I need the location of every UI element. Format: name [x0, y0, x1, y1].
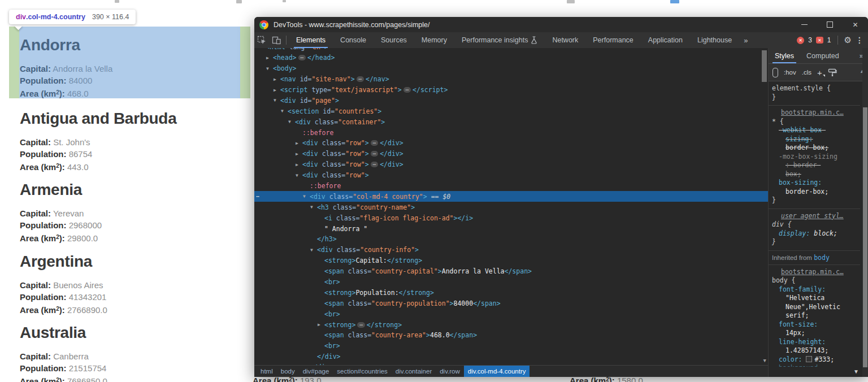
expand-arrow-icon[interactable]: ▶	[296, 151, 302, 157]
dom-tree-row[interactable]: ▶<div class="row">⋯</div>	[254, 138, 768, 149]
filter-cursor-icon[interactable]	[772, 68, 778, 77]
dom-tree-row[interactable]: <strong>Capital:</strong>	[254, 255, 768, 266]
style-declaration-line[interactable]: border-box;	[769, 188, 860, 197]
dom-tree-row[interactable]: <span class="country-population">84000</…	[254, 298, 768, 309]
breadcrumb-item[interactable]: html	[257, 366, 277, 377]
dom-tree-row[interactable]: <br>	[254, 277, 768, 288]
dom-tree-row[interactable]: ::before	[254, 181, 768, 192]
style-declaration-line[interactable]: element.style {	[769, 84, 860, 93]
collapse-arrow-icon[interactable]: ▼	[288, 119, 295, 124]
dom-tree-row[interactable]: <html lang="en">	[254, 48, 768, 53]
style-declaration-line[interactable]: 1.42857143;	[769, 346, 860, 355]
settings-gear-icon[interactable]: ⚙	[844, 35, 852, 45]
collapse-arrow-icon[interactable]: ▼	[274, 98, 280, 103]
dom-tree-row[interactable]: " Andorra "	[254, 223, 768, 234]
style-declaration-line[interactable]: Neue",Helvetic	[769, 303, 860, 312]
issues-icon[interactable]: ✕	[816, 37, 823, 44]
minimize-button[interactable]	[792, 17, 817, 32]
dom-tree-row[interactable]: </div>	[254, 351, 768, 362]
error-count-icon[interactable]: ✕	[797, 37, 804, 44]
collapse-arrow-icon[interactable]: ▼	[281, 108, 288, 114]
issues-count[interactable]: 1	[827, 36, 831, 44]
close-button[interactable]: ✕	[843, 17, 868, 32]
inspect-element-icon[interactable]	[254, 32, 269, 48]
tab-memory[interactable]: Memory	[414, 32, 454, 48]
dom-tree-row[interactable]: ▶<div class="row">⋯</div>	[254, 159, 768, 170]
dom-tree-row[interactable]: <span class="country-area">468.0</span>	[254, 330, 768, 341]
styles-scrollbar[interactable]	[862, 48, 868, 377]
kebab-menu-icon[interactable]: ⋮	[856, 36, 863, 45]
breadcrumb-item[interactable]: body	[277, 366, 299, 377]
collapse-arrow-icon[interactable]: ▼	[303, 194, 310, 199]
dom-tree-row[interactable]: </h3>	[254, 234, 768, 245]
expand-arrow-icon[interactable]: ▶	[296, 141, 302, 146]
dom-tree-row[interactable]: ▼<body>	[254, 63, 768, 74]
styles-scrollbar-thumb[interactable]	[863, 107, 867, 367]
style-declaration-line[interactable]: -moz-box-sizing	[769, 153, 860, 162]
style-declaration-line[interactable]: 14px;	[769, 329, 860, 338]
ellipsis-expand-icon[interactable]: ⋯	[371, 162, 378, 167]
tab-performance[interactable]: Performance	[585, 32, 641, 48]
maximize-button[interactable]	[817, 17, 843, 32]
toggle-classes-button[interactable]: .cls	[802, 69, 811, 76]
expand-arrow-icon[interactable]: ▶	[296, 162, 302, 167]
ellipsis-expand-icon[interactable]: ⋯	[357, 76, 364, 82]
collapse-arrow-icon[interactable]: ▼	[310, 205, 317, 210]
expand-arrow-icon[interactable]: ▶	[266, 55, 273, 60]
breadcrumb-item[interactable]: div.col-md-4.country	[464, 366, 530, 377]
style-declaration-line[interactable]: div {	[769, 220, 860, 229]
ellipsis-expand-icon[interactable]: ⋯	[403, 87, 411, 93]
breadcrumb-item[interactable]: section#countries	[333, 366, 392, 377]
dom-tree-row[interactable]: ▶<head>⋯</head>	[254, 53, 768, 63]
tab-lighthouse[interactable]: Lighthouse	[690, 32, 739, 48]
ellipsis-expand-icon[interactable]: ⋯	[357, 322, 364, 328]
toggle-hover-state-button[interactable]: :hov	[784, 69, 796, 76]
expand-arrow-icon[interactable]: ▶	[274, 77, 280, 82]
tab-console[interactable]: Console	[333, 32, 374, 48]
style-declaration-line[interactable]: font-size:	[769, 320, 860, 329]
tab-network[interactable]: Network	[545, 32, 585, 48]
error-count[interactable]: 3	[808, 36, 812, 44]
dom-tree-row[interactable]: ▶<div class="row">⋯</div>	[254, 149, 768, 159]
styles-tab-computed[interactable]: Computed	[800, 48, 845, 63]
styles-tab-styles[interactable]: Styles	[769, 48, 800, 63]
tab-elements[interactable]: Elements	[289, 32, 333, 48]
more-tabs-chevron[interactable]: »	[739, 36, 752, 45]
style-declaration-line[interactable]: }	[769, 93, 860, 102]
dom-tree-row[interactable]: <span class="country-capital">Andorra la…	[254, 266, 768, 277]
expand-arrow-icon[interactable]: ▶	[274, 88, 280, 93]
style-declaration-line[interactable]: body {	[769, 276, 860, 285]
style-declaration-line[interactable]: font-family:	[769, 285, 860, 294]
new-style-rule-button[interactable]: +	[817, 68, 822, 77]
breadcrumb-item[interactable]: div.row	[436, 366, 464, 377]
inherited-node-link[interactable]: body	[814, 254, 830, 262]
color-swatch[interactable]	[806, 356, 812, 362]
collapse-arrow-icon[interactable]: ▼	[296, 173, 302, 178]
expand-arrow-icon[interactable]: ▶	[318, 322, 324, 327]
dom-tree-row[interactable]: ::before	[254, 127, 768, 138]
style-declaration-line[interactable]: : border-	[769, 161, 860, 170]
dom-tree-row[interactable]: ▶<script type="text/javascript">⋯</scrip…	[254, 85, 768, 96]
style-declaration-line[interactable]: line-height:	[769, 338, 860, 347]
dom-tree-row[interactable]: ▼<div class="row">	[254, 170, 768, 181]
stylesheet-source-link[interactable]: bootstrap.min.c…	[781, 268, 860, 277]
dom-tree-row[interactable]: ▶<nav id="site-nav">⋯</nav>	[254, 74, 768, 85]
dom-tree-row[interactable]: <br>	[254, 341, 768, 351]
ellipsis-expand-icon[interactable]: ⋯	[371, 151, 378, 157]
row-options-dots-icon[interactable]: ⋯	[256, 193, 260, 199]
style-declaration-line[interactable]: display: block;	[769, 229, 860, 238]
ellipsis-expand-icon[interactable]: ⋯	[298, 55, 306, 60]
dom-tree-row[interactable]: ▼<div class="country-info">	[254, 245, 768, 255]
rendering-paint-icon[interactable]	[828, 68, 837, 77]
dom-tree-row[interactable]: <strong>Population:</strong>	[254, 287, 768, 298]
dom-tree-row[interactable]: ▼<div class="container">	[254, 116, 768, 127]
stylesheet-source-link[interactable]: user agent styl…	[781, 212, 860, 221]
style-declaration-line[interactable]: sizing:	[769, 135, 860, 144]
breadcrumb-item[interactable]: div.container	[392, 366, 436, 377]
style-declaration-line[interactable]: color: #333;	[769, 355, 860, 364]
style-declaration-line[interactable]: background-	[769, 364, 860, 367]
dom-tree-row[interactable]: <br>	[254, 309, 768, 319]
tab-performance-insights[interactable]: Performance insights	[454, 32, 545, 48]
dom-tree-row[interactable]: </div>	[254, 362, 768, 365]
dom-tree-row[interactable]: ▼<h3 class="country-name">	[254, 202, 768, 212]
